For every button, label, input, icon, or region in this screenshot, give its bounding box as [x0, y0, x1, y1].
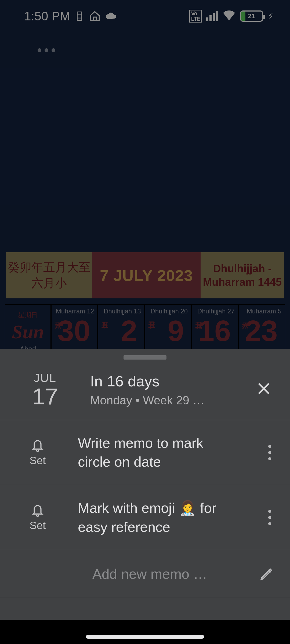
date-number: 23 [241, 316, 283, 346]
status-time: 1:50 PM [24, 9, 70, 23]
date-number: 9 [147, 316, 189, 346]
sheet-date: JUL 17 [32, 371, 58, 408]
sheet-subtitle: Monday • Week 29 … [90, 394, 251, 407]
hijri-label: Dhulhijjah 27 [197, 308, 235, 315]
hijri-label: Dhulhijjah 20 [150, 308, 188, 315]
gesture-handle[interactable] [0, 635, 290, 639]
memo-more-button[interactable] [263, 440, 277, 466]
cloud-icon [106, 10, 117, 22]
status-bar: 1:50 PM VoLTE 21 ⚡︎ [0, 0, 290, 32]
memo-text: Write memo to mark circle on date [78, 434, 231, 471]
reminder-toggle[interactable]: Set [30, 438, 46, 467]
hijri-label: Dhulhijjah 13 [104, 308, 141, 315]
hijri-label: Muharram 12 [56, 308, 94, 315]
charging-icon: ⚡︎ [267, 11, 274, 21]
hijri-label: Muharram 5 [247, 308, 281, 315]
bell-icon [31, 503, 44, 517]
wifi-icon [222, 9, 236, 23]
battery-icon: 21 [240, 10, 263, 22]
current-date-label: 7 JULY 2023 [92, 252, 201, 298]
close-button[interactable] [251, 374, 277, 406]
bell-icon [31, 438, 44, 452]
gesture-nav-area [0, 620, 290, 644]
memo-more-button[interactable] [263, 504, 277, 530]
date-number: 30 [53, 316, 96, 346]
hijri-month-label: Dhulhijjah - Muharram 1445 [201, 252, 284, 298]
date-number: 2 [100, 316, 142, 346]
reminder-toggle[interactable]: Set [30, 503, 46, 532]
add-memo-button[interactable]: Add new memo … [0, 550, 290, 598]
memo-item[interactable]: Set Mark with emoji 👩‍⚕️ for easy refere… [0, 485, 290, 550]
date-number: 16 [194, 316, 236, 346]
sheet-relative-date: In 16 days [90, 372, 251, 390]
memo-text: Mark with emoji 👩‍⚕️ for easy reference [78, 499, 231, 536]
home-icon [89, 10, 101, 22]
more-menu-button[interactable] [38, 48, 290, 52]
volte-icon: VoLTE [189, 10, 202, 23]
sheet-drag-handle[interactable] [124, 355, 166, 360]
calendar-header: 癸卯年五月大至六月小 7 JULY 2023 Dhulhijjah - Muha… [6, 252, 284, 298]
signal-icon [206, 11, 218, 21]
screenshot-icon [75, 11, 84, 21]
add-memo-label: Add new memo … [92, 566, 259, 582]
memo-item[interactable]: Set Write memo to mark circle on date [0, 420, 290, 485]
lunar-year-label: 癸卯年五月大至六月小 [6, 252, 92, 298]
memo-bottom-sheet: JUL 17 In 16 days Monday • Week 29 … Set… [0, 349, 290, 644]
pencil-icon [259, 567, 274, 581]
